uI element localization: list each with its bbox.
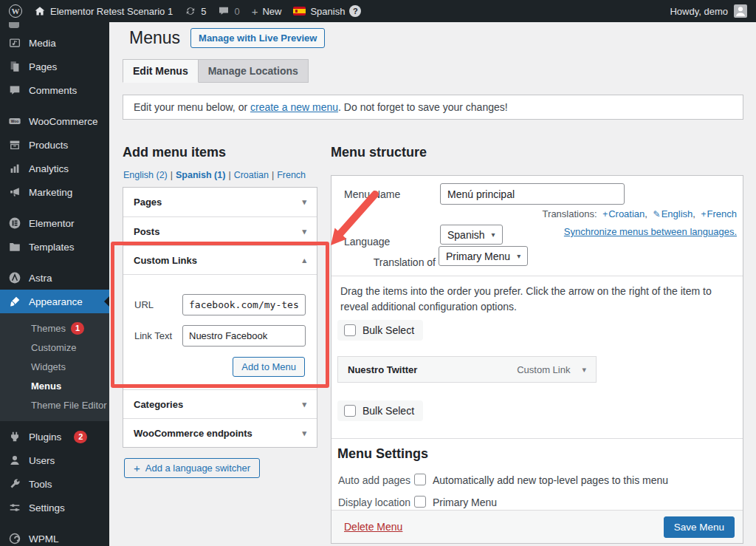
pages-icon bbox=[8, 60, 21, 73]
howdy-text[interactable]: Howdy, demo bbox=[670, 6, 728, 17]
delete-menu-link[interactable]: Delete Menu bbox=[344, 521, 402, 533]
accordion-pages[interactable]: Pages ▾ bbox=[123, 188, 317, 216]
sidebar-item-label: Settings bbox=[29, 502, 65, 513]
site-name-menu[interactable]: Elementor Retest Scenario 1 bbox=[34, 5, 173, 17]
language-link-english[interactable]: English (2) bbox=[123, 170, 168, 180]
appearance-brush-icon bbox=[8, 295, 21, 308]
sidebar-item-label: Media bbox=[29, 38, 56, 49]
drag-instructions: Drag the items into the order you prefer… bbox=[340, 284, 739, 315]
menu-item-type: Custom Link bbox=[517, 364, 570, 375]
synchronize-menus-link[interactable]: Synchronize menus between languages. bbox=[564, 226, 737, 237]
submenu-item-theme-file-editor[interactable]: Theme File Editor bbox=[0, 395, 109, 414]
edit-menu-notice: Edit your menu below, or create a new me… bbox=[123, 95, 743, 120]
sidebar-item-label: Analytics bbox=[29, 163, 69, 174]
accordion-woocommerce-endpoints[interactable]: WooCommerce endpoints ▾ bbox=[123, 418, 317, 447]
add-french-translation-link[interactable]: French bbox=[707, 208, 737, 219]
accordion-custom-links[interactable]: Custom Links ▴ bbox=[123, 245, 317, 274]
url-input[interactable] bbox=[182, 294, 306, 315]
auto-add-pages-checkbox[interactable] bbox=[414, 474, 426, 485]
sidebar-item-label: Appearance bbox=[29, 296, 83, 307]
submenu-item-widgets[interactable]: Widgets bbox=[0, 357, 109, 376]
add-to-menu-button[interactable]: Add to Menu bbox=[233, 357, 305, 377]
separator: | bbox=[272, 170, 274, 180]
chevron-down-icon: ▾ bbox=[302, 227, 306, 236]
plus-icon: + bbox=[252, 6, 258, 17]
add-language-switcher-button[interactable]: + Add a language switcher bbox=[124, 458, 260, 478]
language-link-croatian[interactable]: Croatian bbox=[234, 170, 269, 180]
sidebar-item-media[interactable]: Media bbox=[0, 31, 109, 55]
wp-logo-menu[interactable]: W bbox=[9, 4, 22, 18]
add-menu-items-panel: Add menu items English (2)|Spanish (1)|C… bbox=[123, 145, 317, 478]
sidebar-item-label: Tools bbox=[29, 479, 52, 490]
woocommerce-icon: Woo bbox=[8, 115, 21, 128]
sidebar-item-label: Comments bbox=[29, 85, 77, 96]
menu-item-nuestro-twitter[interactable]: Nuestro Twitter Custom Link ▾ bbox=[337, 356, 597, 383]
sidebar-item-plugins[interactable]: Plugins 2 bbox=[0, 425, 109, 448]
auto-add-pages-text: Automatically add new top-level pages to… bbox=[433, 474, 668, 486]
tab-manage-locations[interactable]: Manage Locations bbox=[199, 59, 309, 83]
tools-wrench-icon bbox=[8, 477, 21, 491]
language-menu[interactable]: Spanish ? bbox=[293, 5, 361, 17]
tab-edit-menus[interactable]: Edit Menus bbox=[123, 59, 199, 83]
edit-english-translation-link[interactable]: English bbox=[662, 208, 693, 219]
sidebar-item-pages[interactable]: Pages bbox=[0, 55, 109, 78]
sidebar-item-label: Astra bbox=[29, 273, 52, 284]
sidebar-item-appearance[interactable]: Appearance bbox=[0, 290, 109, 313]
translation-of-select[interactable]: Primary Menu ▾ bbox=[439, 246, 528, 266]
chevron-down-icon: ▾ bbox=[302, 400, 306, 409]
sidebar-item-analytics[interactable]: Analytics bbox=[0, 157, 109, 180]
display-location-text: Primary Menu bbox=[433, 496, 497, 508]
accordion-categories[interactable]: Categories ▾ bbox=[123, 389, 317, 418]
add-croatian-translation-link[interactable]: Croatian bbox=[608, 208, 645, 219]
plugins-update-badge: 2 bbox=[74, 431, 87, 443]
language-label: Language bbox=[344, 236, 390, 248]
products-icon bbox=[8, 138, 21, 151]
chevron-down-icon: ▾ bbox=[492, 231, 495, 239]
save-menu-button[interactable]: Save Menu bbox=[664, 516, 735, 538]
bulk-select-checkbox[interactable] bbox=[344, 405, 356, 417]
sidebar-item-tools[interactable]: Tools bbox=[0, 472, 109, 496]
bulk-select-label: Bulk Select bbox=[362, 405, 414, 417]
wpml-icon bbox=[8, 532, 21, 545]
avatar[interactable] bbox=[734, 4, 747, 18]
language-link-spanish-current[interactable]: Spanish (1) bbox=[176, 170, 225, 180]
site-name: Elementor Retest Scenario 1 bbox=[50, 6, 173, 17]
display-location-label: Display location bbox=[338, 496, 410, 508]
sidebar-item-settings[interactable]: Settings bbox=[0, 496, 109, 519]
sidebar-item-marketing[interactable]: Marketing bbox=[0, 180, 109, 204]
sidebar-item-templates[interactable]: Templates bbox=[0, 235, 109, 259]
sidebar-item-astra[interactable]: Astra bbox=[0, 266, 109, 290]
sidebar-item-users[interactable]: Users bbox=[0, 448, 109, 472]
menu-structure-box: Menu Name Translations: +Croatian, ✎Engl… bbox=[331, 175, 743, 544]
manage-live-preview-button[interactable]: Manage with Live Preview bbox=[190, 28, 325, 48]
menu-name-input[interactable] bbox=[440, 183, 625, 205]
sidebar-item-label: Templates bbox=[29, 242, 75, 253]
language-link-french[interactable]: French bbox=[277, 170, 306, 180]
help-icon[interactable]: ? bbox=[349, 5, 361, 17]
submenu-item-customize[interactable]: Customize bbox=[0, 338, 109, 357]
new-content-menu[interactable]: + New bbox=[252, 6, 282, 17]
link-text-input[interactable] bbox=[182, 325, 306, 347]
astra-icon bbox=[8, 271, 21, 284]
sidebar-item-wpml[interactable]: WPML bbox=[0, 527, 109, 546]
comments-menu[interactable]: 0 bbox=[218, 5, 239, 17]
language-select[interactable]: Spanish ▾ bbox=[440, 225, 503, 245]
submenu-item-menus[interactable]: Menus bbox=[0, 376, 109, 395]
chevron-down-icon[interactable]: ▾ bbox=[582, 365, 586, 375]
home-icon bbox=[34, 5, 46, 17]
chevron-down-icon: ▾ bbox=[517, 252, 520, 260]
accordion-posts[interactable]: Posts ▾ bbox=[123, 216, 317, 245]
translations-row: Translations: +Croatian, ✎English, +Fren… bbox=[543, 208, 737, 219]
sidebar-item-products[interactable]: Products bbox=[0, 133, 109, 157]
updates-menu[interactable]: 5 bbox=[185, 5, 206, 17]
submenu-item-themes[interactable]: Themes 1 bbox=[0, 318, 109, 338]
bulk-select-checkbox[interactable] bbox=[344, 324, 356, 336]
sidebar-item-label: Users bbox=[29, 455, 55, 466]
sidebar-item-elementor[interactable]: Elementor bbox=[0, 211, 109, 235]
display-location-checkbox[interactable] bbox=[414, 496, 426, 508]
sidebar-item-comments[interactable]: Comments bbox=[0, 78, 109, 102]
create-new-menu-link[interactable]: create a new menu bbox=[250, 101, 338, 113]
translation-of-label: Translation of bbox=[344, 256, 436, 268]
sidebar-item-woocommerce[interactable]: Woo WooCommerce bbox=[0, 109, 109, 133]
appearance-submenu: Themes 1 Customize Widgets Menus Theme F… bbox=[0, 313, 109, 421]
